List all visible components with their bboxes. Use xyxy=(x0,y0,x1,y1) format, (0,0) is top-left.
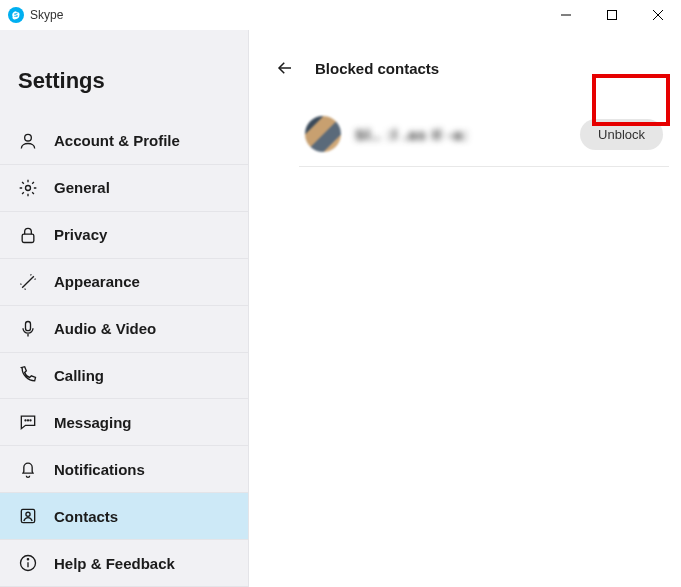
close-button[interactable] xyxy=(635,0,681,30)
sidebar-item-label: Audio & Video xyxy=(54,320,156,337)
svg-rect-8 xyxy=(26,321,31,330)
avatar xyxy=(305,116,341,152)
svg-point-13 xyxy=(26,512,30,516)
skype-logo-icon: S xyxy=(8,7,24,23)
svg-point-11 xyxy=(30,420,31,421)
svg-rect-7 xyxy=(22,234,34,242)
sidebar-item-label: Notifications xyxy=(54,461,145,478)
contact-name: Sl.. :l .as Il -a: xyxy=(355,126,469,143)
svg-rect-2 xyxy=(608,11,617,20)
person-icon xyxy=(18,131,38,151)
wand-icon xyxy=(18,272,38,292)
sidebar-item-appearance[interactable]: Appearance xyxy=(0,259,248,306)
bell-icon xyxy=(18,459,38,479)
settings-sidebar: Settings Account & Profile General Priva… xyxy=(0,30,249,587)
svg-text:S: S xyxy=(14,12,18,18)
unblock-button[interactable]: Unblock xyxy=(580,119,663,150)
chat-icon xyxy=(18,412,38,432)
sidebar-item-contacts[interactable]: Contacts xyxy=(0,493,248,540)
sidebar-item-label: Help & Feedback xyxy=(54,555,175,572)
maximize-button[interactable] xyxy=(589,0,635,30)
blocked-contact-row: Sl.. :l .as Il -a: Unblock xyxy=(299,106,669,167)
back-button[interactable] xyxy=(267,50,303,86)
sidebar-title: Settings xyxy=(0,30,248,118)
sidebar-item-label: General xyxy=(54,179,110,196)
window-controls xyxy=(543,0,681,30)
sidebar-item-notifications[interactable]: Notifications xyxy=(0,446,248,493)
sidebar-item-help-feedback[interactable]: Help & Feedback xyxy=(0,540,248,587)
lock-icon xyxy=(18,225,38,245)
app-title: Skype xyxy=(30,8,63,22)
main-panel: Blocked contacts Sl.. :l .as Il -a: Unbl… xyxy=(249,30,681,587)
gear-icon xyxy=(18,178,38,198)
microphone-icon xyxy=(18,319,38,339)
svg-point-16 xyxy=(27,559,28,560)
page-title: Blocked contacts xyxy=(315,60,439,77)
titlebar: S Skype xyxy=(0,0,681,30)
svg-point-10 xyxy=(28,420,29,421)
sidebar-item-label: Contacts xyxy=(54,508,118,525)
phone-icon xyxy=(18,365,38,385)
sidebar-item-calling[interactable]: Calling xyxy=(0,353,248,400)
contacts-icon xyxy=(18,506,38,526)
sidebar-item-label: Appearance xyxy=(54,273,140,290)
info-icon xyxy=(18,553,38,573)
sidebar-item-privacy[interactable]: Privacy xyxy=(0,212,248,259)
main-header: Blocked contacts xyxy=(261,48,669,96)
sidebar-item-label: Messaging xyxy=(54,414,132,431)
svg-point-6 xyxy=(26,185,31,190)
sidebar-item-messaging[interactable]: Messaging xyxy=(0,399,248,446)
sidebar-item-general[interactable]: General xyxy=(0,165,248,212)
sidebar-item-label: Privacy xyxy=(54,226,107,243)
sidebar-item-label: Account & Profile xyxy=(54,132,180,149)
minimize-button[interactable] xyxy=(543,0,589,30)
sidebar-item-label: Calling xyxy=(54,367,104,384)
svg-point-5 xyxy=(25,134,32,141)
svg-point-9 xyxy=(25,420,26,421)
sidebar-item-account-profile[interactable]: Account & Profile xyxy=(0,118,248,165)
sidebar-item-audio-video[interactable]: Audio & Video xyxy=(0,306,248,353)
